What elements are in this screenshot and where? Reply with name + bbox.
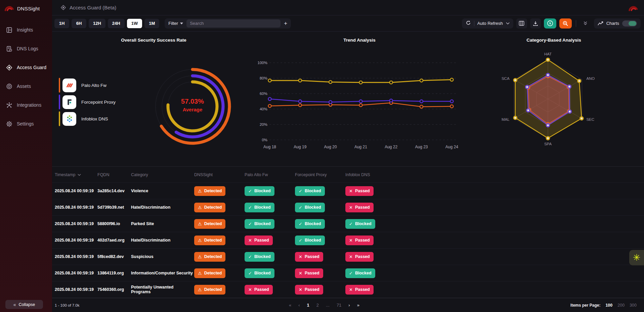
add-filter-button[interactable]: +	[284, 20, 287, 27]
status-badge-blocked[interactable]: ✓Blocked	[245, 268, 274, 278]
status-badge-blocked[interactable]: ✓Blocked	[245, 252, 274, 262]
page-71[interactable]: 71	[337, 303, 341, 308]
status-badge-blocked[interactable]: ✓Blocked	[295, 236, 325, 245]
status-label: Passed	[355, 205, 370, 210]
status-badge-detected[interactable]: ⚠Detected	[194, 186, 225, 196]
status-badge-blocked[interactable]: ✓Blocked	[245, 219, 274, 229]
status-badge-passed[interactable]: ✕Passed	[295, 252, 323, 262]
status-badge-blocked[interactable]: ✓Blocked	[295, 186, 325, 196]
quick-scan-button[interactable]	[544, 18, 556, 29]
sidebar-item-insights[interactable]: Insights	[0, 20, 52, 39]
asterisk-icon: ✳	[633, 253, 641, 262]
last-page-button[interactable]: »	[357, 303, 359, 308]
column-header-dnssight[interactable]: DNSSight	[194, 172, 245, 177]
time-range-1w[interactable]: 1W	[127, 19, 142, 28]
status-badge-passed[interactable]: ✕Passed	[345, 203, 374, 212]
column-header-fqdn[interactable]: FQDN	[97, 172, 131, 177]
search-input[interactable]	[186, 19, 281, 28]
app-logo[interactable]: DNSSight	[4, 4, 40, 13]
status-badge-detected[interactable]: ⚠Detected	[194, 285, 225, 295]
status-badge-blocked[interactable]: ✓Blocked	[345, 268, 375, 278]
sidebar-item-assets[interactable]: Assets	[0, 77, 52, 96]
column-header-infoblox-dns[interactable]: Infoblox DNS	[345, 172, 644, 177]
sidebar-item-integrations[interactable]: Integrations	[0, 96, 52, 114]
table-row[interactable]: 2025.08.24 00:59:1975460360.orgPotential…	[52, 281, 644, 298]
cross-icon: ✕	[299, 271, 302, 276]
cross-icon: ✕	[349, 238, 353, 243]
columns-view-button[interactable]	[516, 18, 527, 29]
next-page-button[interactable]: ›	[348, 303, 350, 308]
sidebar-item-access-guard[interactable]: Access Guard	[0, 58, 52, 77]
items-per-page-200[interactable]: 200	[617, 303, 625, 308]
status-badge-detected[interactable]: ⚠Detected	[194, 203, 225, 212]
collapse-charts-button[interactable]	[580, 18, 591, 29]
status-badge-blocked[interactable]: ✓Blocked	[295, 203, 325, 212]
column-label: Palo Alto Fw	[245, 172, 268, 177]
status-badge-passed[interactable]: ✕Passed	[295, 285, 323, 295]
time-range-6h[interactable]: 6H	[72, 19, 86, 28]
table-row[interactable]: 2025.08.24 00:59:1958800f96.ioParked Sit…	[52, 216, 644, 232]
status-badge-detected[interactable]: ⚠Detected	[194, 268, 225, 278]
page-1[interactable]: 1	[307, 303, 309, 308]
floating-action-button[interactable]: ✳	[629, 250, 644, 265]
prev-page-button[interactable]: ‹	[298, 303, 300, 308]
status-badge-detected[interactable]: ⚠Detected	[194, 236, 225, 245]
svg-text:ANO: ANO	[586, 76, 595, 81]
top-header: Access Guard (Beta)	[52, 0, 644, 15]
time-range-24h[interactable]: 24H	[108, 19, 125, 28]
zoom-search-button[interactable]	[559, 18, 572, 29]
status-label: Detected	[204, 287, 222, 292]
status-badge-blocked[interactable]: ✓Blocked	[295, 219, 325, 229]
sidebar-item-settings[interactable]: Settings	[0, 114, 52, 133]
column-header-palo-alto-fw[interactable]: Palo Alto Fw	[245, 172, 295, 177]
charts-toggle-switch[interactable]	[622, 20, 637, 27]
cell-timestamp: 2025.08.24 00:59:19	[55, 238, 94, 243]
status-label: Detected	[204, 238, 222, 243]
status-badge-passed[interactable]: ✕Passed	[345, 186, 374, 196]
status-badge-passed[interactable]: ✕Passed	[295, 268, 323, 278]
status-badge-blocked[interactable]: ✓Blocked	[245, 203, 274, 212]
page-2[interactable]: 2	[316, 303, 319, 308]
status-badge-detected[interactable]: ⚠Detected	[194, 219, 225, 229]
status-badge-passed[interactable]: ✕Passed	[245, 236, 273, 245]
time-range-1h[interactable]: 1H	[54, 19, 69, 28]
zoom-in-icon	[562, 20, 568, 27]
svg-text:SCA: SCA	[502, 76, 510, 81]
column-label: FQDN	[97, 172, 109, 177]
svg-text:Aug 23: Aug 23	[415, 145, 428, 149]
download-button[interactable]	[530, 18, 541, 29]
column-header-timestamp[interactable]: Timestamp	[55, 172, 97, 177]
refresh-icon[interactable]	[466, 20, 471, 27]
column-header-category[interactable]: Category	[131, 172, 194, 177]
filter-dropdown[interactable]: Filter	[168, 21, 183, 26]
check-icon: ✓	[299, 189, 302, 194]
status-badge-blocked[interactable]: ✓Blocked	[345, 219, 375, 229]
collapse-button[interactable]: « Collapse	[5, 300, 43, 309]
status-badge-passed[interactable]: ✕Passed	[345, 236, 374, 245]
table-row[interactable]: 2025.08.24 00:59:193a285c14.devViolence⚠…	[52, 183, 644, 199]
sidebar-item-dns-logs[interactable]: DNS Logs	[0, 39, 52, 58]
status-badge-blocked[interactable]: ✓Blocked	[245, 186, 274, 196]
time-range-12h[interactable]: 12H	[89, 19, 105, 28]
table-row[interactable]: 2025.08.24 00:59:195d739b39.netHate/Disc…	[52, 199, 644, 216]
status-label: Passed	[355, 189, 370, 193]
column-header-forcepoint-proxy[interactable]: Forcepoint Proxy	[295, 172, 345, 177]
status-badge-detected[interactable]: ⚠Detected	[194, 252, 225, 262]
caret-down-icon	[180, 22, 183, 24]
items-per-page-300[interactable]: 300	[630, 303, 637, 308]
time-range-1m[interactable]: 1M	[144, 19, 159, 28]
settings-icon	[6, 120, 12, 127]
status-badge-passed[interactable]: ✕Passed	[245, 285, 273, 295]
status-label: Blocked	[305, 189, 321, 193]
first-page-button[interactable]: «	[289, 303, 291, 308]
items-per-page-100[interactable]: 100	[605, 303, 612, 308]
svg-text:HAT: HAT	[544, 52, 552, 56]
auto-refresh-control[interactable]: Auto Refresh	[462, 18, 513, 29]
status-badge-passed[interactable]: ✕Passed	[345, 285, 374, 295]
cell-category: Hate/Discrimination	[131, 238, 170, 243]
table-row[interactable]: 2025.08.24 00:59:1913864119.orgInformati…	[52, 265, 644, 281]
table-row[interactable]: 2025.08.24 00:59:195f8ced82.devSuspiciou…	[52, 249, 644, 265]
table-row[interactable]: 2025.08.24 00:59:19402d7aed.orgHate/Disc…	[52, 232, 644, 249]
cross-icon: ✕	[248, 238, 252, 243]
status-badge-passed[interactable]: ✕Passed	[345, 252, 374, 262]
